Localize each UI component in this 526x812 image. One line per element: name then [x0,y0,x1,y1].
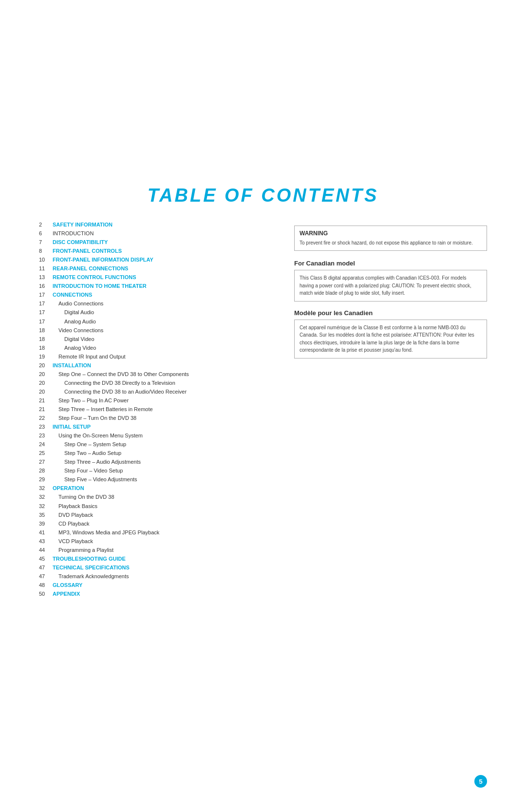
toc-entry: 22Step Four – Turn On the DVD 38 [39,414,275,422]
toc-label: DISC COMPATIBILITY [53,238,108,246]
toc-label: Connecting the DVD 38 Directly to a Tele… [53,379,175,387]
toc-label: TECHNICAL SPECIFICATIONS [53,564,130,572]
toc-page-num: 32 [39,502,53,510]
toc-entry: 18Analog Video [39,344,275,352]
toc-label: MP3, Windows Media and JPEG Playback [53,529,159,537]
page: TABLE OF CONTENTS 2SAFETY INFORMATION6IN… [0,0,526,812]
canadian-model-text: This Class B digital apparatus complies … [300,274,482,297]
toc-label: Remote IR Input and Output [53,353,126,361]
toc-page-num: 25 [39,449,53,457]
page-number: 5 [474,775,487,788]
toc-label: Connecting the DVD 38 to an Audio/Video … [53,388,187,396]
warning-title: WARNING [300,230,482,237]
toc-entry: 6INTRODUCTION [39,229,275,238]
toc-entry: 20Step One – Connect the DVD 38 to Other… [39,370,275,378]
page-title: TABLE OF CONTENTS [39,185,487,206]
toc-label: Digital Video [53,335,94,343]
toc-label: Step Four – Turn On the DVD 38 [53,414,136,422]
toc-label: INTRODUCTION TO HOME THEATER [53,282,147,290]
toc-entry: 17Analog Audio [39,318,275,326]
toc-label: VCD Playback [53,537,93,546]
toc-entry: 20Connecting the DVD 38 to an Audio/Vide… [39,388,275,396]
toc-entry: 32Turning On the DVD 38 [39,493,275,501]
toc-entry: 43VCD Playback [39,537,275,546]
toc-label: CD Playback [53,520,90,528]
toc-label: APPENDIX [53,590,80,598]
toc-page-num: 27 [39,458,53,466]
toc-page-num: 7 [39,238,53,246]
toc-entry: 41MP3, Windows Media and JPEG Playback [39,529,275,537]
toc-entry: 17CONNECTIONS [39,291,275,299]
toc-entry: 50APPENDIX [39,590,275,598]
toc-entry: 18Video Connections [39,326,275,335]
toc-entry: 21Step Three – Insert Batteries in Remot… [39,405,275,414]
toc-entry: 25Step Two – Audio Setup [39,449,275,457]
toc-page-num: 23 [39,432,53,440]
toc-entry: 32Playback Basics [39,502,275,510]
toc-page-num: 18 [39,344,53,352]
modele-canadien-box: Cet appareil numérique de la Classe B es… [294,320,487,359]
toc-page-num: 20 [39,379,53,387]
toc-label: CONNECTIONS [53,291,92,299]
toc-entry: 47TECHNICAL SPECIFICATIONS [39,564,275,572]
toc-label: OPERATION [53,484,84,492]
content-area: 2SAFETY INFORMATION6INTRODUCTION7DISC CO… [39,221,487,599]
toc-label: Step Four – Video Setup [53,467,123,475]
toc-label: Video Connections [53,326,103,335]
toc-entry: 10FRONT-PANEL INFORMATION DISPLAY [39,256,275,264]
toc-entry: 44Programming a Playlist [39,546,275,554]
toc-label: Trademark Acknowledgments [53,572,129,581]
toc-page-num: 13 [39,273,53,282]
toc-entry: 16INTRODUCTION TO HOME THEATER [39,282,275,290]
toc-entry: 21Step Two – Plug In AC Power [39,397,275,405]
toc-entry: 8FRONT-PANEL CONTROLS [39,247,275,255]
toc-page-num: 17 [39,300,53,308]
toc-page-num: 47 [39,564,53,572]
canadian-model-section: For Canadian model This Class B digital … [294,260,487,302]
canadian-model-title: For Canadian model [294,260,487,267]
toc-entry: 11REAR-PANEL CONNECTIONS [39,264,275,273]
toc-entry: 19Remote IR Input and Output [39,353,275,361]
toc-page-num: 20 [39,370,53,378]
toc-page-num: 28 [39,467,53,475]
toc-label: INTRODUCTION [53,229,94,238]
toc-page-num: 41 [39,529,53,537]
main-content: TABLE OF CONTENTS 2SAFETY INFORMATION6IN… [0,166,526,618]
toc-page-num: 21 [39,397,53,405]
toc-label: Step Three – Audio Adjustments [53,458,141,466]
toc-page-num: 20 [39,361,53,370]
toc-page-num: 20 [39,388,53,396]
toc-entry: 18Digital Video [39,335,275,343]
toc-entry: 29Step Five – Video Adjustments [39,475,275,484]
toc-page-num: 22 [39,414,53,422]
toc-page-num: 18 [39,326,53,335]
right-column: WARNING To prevent fire or shock hazard,… [294,221,487,599]
toc-page-num: 6 [39,229,53,238]
toc-page-num: 23 [39,423,53,431]
toc-label: Step One – System Setup [53,440,126,449]
toc-label: INSTALLATION [53,361,91,370]
toc-page-num: 29 [39,475,53,484]
toc-page-num: 21 [39,405,53,414]
toc-page-num: 32 [39,484,53,492]
toc-label: Analog Video [53,344,96,352]
toc-page-num: 35 [39,511,53,519]
toc-label: Turning On the DVD 38 [53,493,114,501]
toc-entry: 20INSTALLATION [39,361,275,370]
toc-label: FRONT-PANEL CONTROLS [53,247,122,255]
toc-label: Step Five – Video Adjustments [53,475,137,484]
toc-label: INITIAL SETUP [53,423,91,431]
toc-page-num: 10 [39,256,53,264]
toc-label: GLOSSARY [53,581,82,589]
toc-entry: 2SAFETY INFORMATION [39,221,275,229]
toc-label: TROUBLESHOOTING GUIDE [53,555,126,563]
modele-canadien-title: Modèle pour les Canadien [294,309,487,317]
toc-label: FRONT-PANEL INFORMATION DISPLAY [53,256,153,264]
toc-label: REAR-PANEL CONNECTIONS [53,264,128,273]
toc-label: Digital Audio [53,308,94,317]
toc-page-num: 47 [39,572,53,581]
toc-label: Step Two – Audio Setup [53,449,121,457]
canadian-model-box: This Class B digital apparatus complies … [294,270,487,302]
toc-label: Playback Basics [53,502,97,510]
toc-entry: 28Step Four – Video Setup [39,467,275,475]
